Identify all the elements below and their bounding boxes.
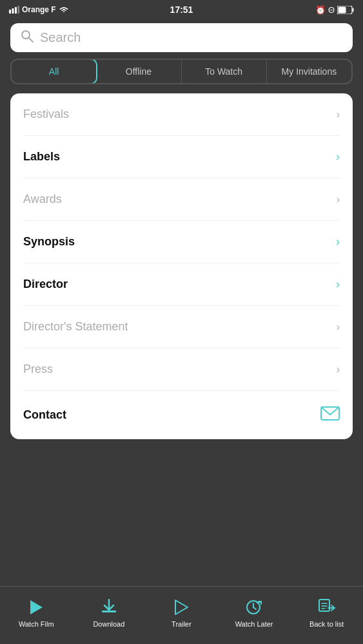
carrier-signal: Orange F [9, 5, 69, 14]
chevron-labels: › [336, 150, 340, 164]
menu-label-director: Director [23, 278, 68, 291]
main-card: Festivals › Labels › Awards › Synopsis ›… [10, 93, 353, 439]
chevron-synopsis: › [336, 235, 340, 249]
menu-label-awards: Awards [23, 193, 62, 206]
play-icon [26, 598, 46, 616]
toolbar-back-to-list[interactable]: Back to list [290, 598, 363, 628]
battery-icon [337, 6, 354, 14]
chevron-press: › [337, 364, 340, 375]
tab-my-invitations[interactable]: My Invitations [267, 60, 351, 83]
menu-item-synopsis[interactable]: Synopsis › [23, 221, 340, 263]
menu-item-director[interactable]: Director › [23, 263, 340, 306]
carrier-name: Orange F [22, 5, 56, 14]
chevron-director: › [336, 278, 340, 291]
menu-label-directors-statement: Director's Statement [23, 320, 128, 334]
toolbar-watch-later[interactable]: Watch Later [218, 598, 291, 628]
download-icon [99, 598, 119, 616]
chevron-directors-statement: › [337, 321, 340, 333]
tab-all[interactable]: All [10, 59, 97, 84]
toolbar-trailer[interactable]: Trailer [145, 598, 218, 628]
tab-offline[interactable]: Offline [96, 60, 181, 83]
toolbar-label-watch-film: Watch Film [19, 620, 54, 628]
svg-rect-5 [353, 8, 354, 12]
svg-rect-17 [319, 600, 329, 611]
extra-icon: Θ [328, 5, 335, 15]
toolbar-label-watch-later: Watch Later [235, 620, 273, 628]
signal-icon [9, 6, 19, 14]
search-placeholder: Search [40, 30, 81, 45]
menu-label-press: Press [23, 363, 53, 376]
chevron-festivals: › [337, 109, 340, 120]
svg-rect-0 [9, 10, 11, 14]
search-bar[interactable]: Search [10, 23, 353, 52]
alarm-icon: ⏰ [315, 5, 326, 15]
wifi-icon [59, 6, 69, 14]
menu-label-synopsis: Synopsis [23, 235, 75, 249]
svg-rect-1 [12, 8, 14, 14]
svg-marker-13 [175, 600, 188, 614]
svg-line-8 [29, 38, 33, 42]
status-bar: Orange F 17:51 ⏰ Θ [0, 0, 363, 18]
menu-item-labels[interactable]: Labels › [23, 136, 340, 178]
bottom-toolbar: Watch Film Download Trailer [0, 586, 363, 644]
chevron-awards: › [337, 194, 340, 205]
svg-rect-3 [18, 6, 20, 14]
toolbar-download[interactable]: Download [73, 598, 146, 628]
menu-label-labels: Labels [23, 150, 60, 164]
menu-item-festivals[interactable]: Festivals › [23, 93, 340, 136]
tab-bar: All Offline To Watch My Invitations [10, 59, 353, 84]
toolbar-watch-film[interactable]: Watch Film [0, 598, 73, 628]
search-icon [21, 30, 34, 46]
menu-label-festivals: Festivals [23, 108, 69, 121]
svg-rect-6 [338, 6, 346, 13]
toolbar-label-back-to-list: Back to list [309, 620, 344, 628]
envelope-icon [320, 405, 340, 425]
tab-to-watch[interactable]: To Watch [182, 60, 267, 83]
watch-later-icon [244, 598, 264, 616]
back-list-icon [317, 598, 337, 616]
svg-marker-10 [30, 600, 43, 614]
status-time: 17:51 [170, 5, 193, 15]
menu-item-press[interactable]: Press › [23, 348, 340, 391]
menu-item-awards[interactable]: Awards › [23, 178, 340, 221]
toolbar-label-download: Download [93, 620, 124, 628]
svg-line-16 [253, 607, 256, 609]
svg-rect-2 [15, 7, 17, 14]
menu-label-contact: Contact [23, 408, 66, 422]
svg-point-7 [22, 31, 30, 39]
toolbar-label-trailer: Trailer [172, 620, 191, 628]
trailer-icon [172, 598, 191, 616]
status-icons: ⏰ Θ [315, 5, 354, 15]
menu-item-contact[interactable]: Contact [23, 391, 340, 439]
svg-rect-11 [102, 611, 116, 612]
menu-item-directors-statement[interactable]: Director's Statement › [23, 306, 340, 348]
